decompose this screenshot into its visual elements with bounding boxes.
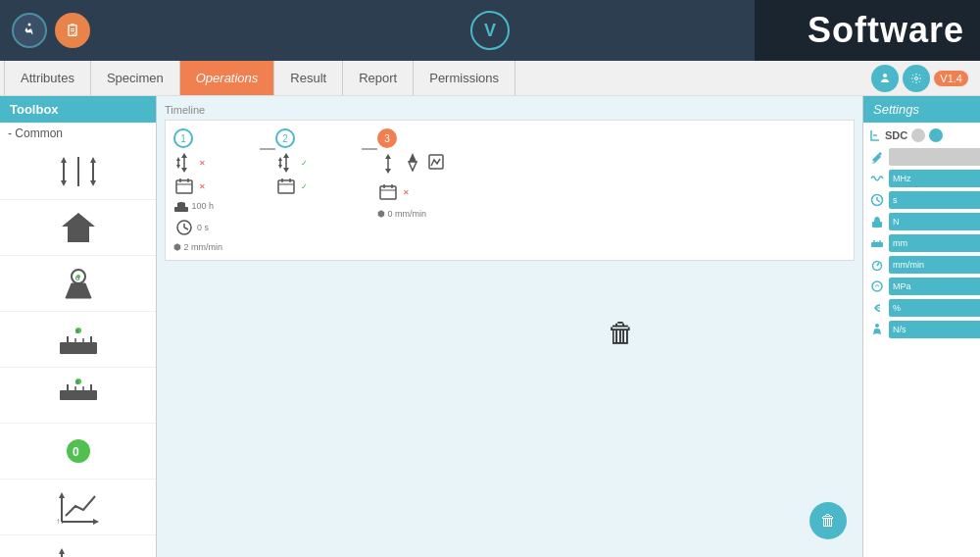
toolbox-panel: Toolbox - Common [0, 96, 157, 557]
version-badge: V1.4 [934, 71, 968, 86]
main-content: Toolbox - Common [0, 96, 980, 557]
svg-marker-41 [59, 548, 65, 554]
node-1-arrows-icon [173, 152, 195, 174]
tool-home[interactable] [0, 200, 156, 256]
svg-marker-37 [93, 519, 99, 525]
settings-field-speed[interactable]: mm/min [889, 256, 980, 274]
weight-settings-icon [869, 214, 885, 229]
tool-up-chart[interactable]: ↑↓ [0, 480, 156, 535]
svg-line-79 [877, 200, 880, 202]
sdc-dot-1 [911, 128, 925, 142]
node-1-calendar-icon [173, 176, 195, 197]
settings-field-rate[interactable]: N/s [889, 321, 980, 338]
connector-2-3 [362, 128, 377, 150]
tab-report[interactable]: Report [343, 61, 414, 95]
top-bar-left-icons [12, 13, 90, 48]
tab-specimen[interactable]: Specimen [91, 61, 180, 95]
node-3-status: ✕ [403, 188, 410, 197]
sdc-dot-2 [929, 128, 943, 142]
svg-marker-57 [283, 153, 289, 158]
svg-rect-80 [872, 222, 882, 228]
tab-attributes[interactable]: Attributes [4, 61, 91, 95]
ruler-settings-icon [869, 235, 885, 251]
v-logo: V [470, 11, 510, 50]
settings-tab-icon[interactable] [903, 65, 930, 92]
settings-field-pressure[interactable]: MPa [889, 278, 980, 295]
timeline-area: Timeline 1 [157, 96, 862, 557]
sdc-label: SDC [885, 129, 907, 141]
svg-marker-8 [61, 157, 67, 163]
svg-rect-48 [176, 180, 192, 193]
node-2-check-1: ✓ [301, 159, 308, 168]
svg-rect-81 [871, 242, 883, 247]
delete-button[interactable]: 🗑 [608, 317, 635, 349]
settings-row-edit [869, 148, 974, 166]
tab-operations[interactable]: Operations [180, 61, 275, 95]
circle-settings-icon [869, 278, 885, 294]
tool-weight[interactable]: 0 [0, 256, 156, 312]
timeline-row: 1 ✕ [165, 120, 855, 261]
settings-delete-button[interactable]: 🗑 [809, 502, 847, 539]
settings-field-force[interactable]: N [889, 213, 980, 230]
settings-field-freq[interactable]: MHz [889, 170, 980, 187]
timeline-label: Timeline [165, 104, 855, 116]
tool-ruler-bottom[interactable]: 0 [0, 312, 156, 368]
sdc-row: SDC [869, 128, 974, 142]
tab-right-icons: V1.4 [871, 61, 976, 95]
top-bar: V Software [0, 0, 980, 61]
settings-row-speed: mm/min [869, 256, 974, 274]
svg-marker-46 [176, 157, 180, 161]
svg-marker-68 [385, 169, 391, 174]
tab-permissions[interactable]: Permissions [414, 61, 515, 95]
svg-point-0 [28, 24, 31, 26]
tool-zero[interactable]: 0 [0, 424, 156, 480]
node-1-icons: ✕ ✕ [173, 152, 222, 252]
connector-1-2 [260, 128, 275, 150]
timeline-node-3: 3 [377, 128, 456, 219]
person-tab-icon[interactable] [871, 65, 899, 92]
node-3-arrows-icon [377, 153, 399, 175]
software-title: Software [808, 10, 964, 51]
node-2-icons: ✓ ✓ [275, 152, 308, 197]
settings-field-time[interactable]: s [889, 191, 980, 209]
speed-settings-icon [869, 257, 885, 273]
settings-field-strain[interactable]: % [889, 299, 980, 317]
svg-line-55 [184, 228, 188, 229]
svg-marker-60 [278, 157, 282, 161]
svg-point-6 [915, 76, 918, 79]
settings-field-edit[interactable] [889, 148, 980, 166]
svg-line-86 [877, 263, 879, 266]
svg-marker-12 [90, 157, 96, 163]
svg-marker-61 [278, 165, 282, 169]
svg-rect-52 [174, 207, 188, 212]
node-3-number: 3 [377, 128, 397, 148]
timeline-node-2: 2 ✓ [275, 128, 354, 197]
node-3-calendar-icon [377, 181, 399, 203]
node-1-status-2: ✕ [199, 182, 206, 191]
svg-marker-67 [385, 154, 391, 159]
svg-text:↑↓: ↑↓ [56, 517, 64, 526]
node-2-calendar-icon [275, 176, 297, 197]
settings-row-rate: N/s [869, 321, 974, 338]
tool-wave-chart[interactable] [0, 535, 156, 557]
timeline-node-1: 1 ✕ [173, 128, 252, 252]
tool-ruler-middle[interactable]: 0 [0, 368, 156, 424]
tab-result[interactable]: Result [274, 61, 343, 95]
svg-point-5 [883, 74, 887, 77]
svg-marker-43 [181, 153, 187, 158]
svg-marker-44 [181, 168, 187, 173]
pen-icon [869, 149, 885, 165]
svg-rect-72 [380, 186, 396, 199]
settings-header: Settings [863, 96, 980, 123]
settings-field-length[interactable]: mm [889, 234, 980, 252]
node-1-number: 1 [173, 128, 193, 148]
person-run-icon[interactable] [12, 13, 47, 48]
svg-rect-25 [60, 390, 97, 400]
clipboard-icon[interactable] [55, 13, 90, 48]
node-3-info: ⬢ 0 mm/min [377, 209, 446, 219]
settings-row-freq: MHz [869, 170, 974, 187]
tool-adjust[interactable] [0, 144, 156, 200]
svg-rect-18 [60, 342, 97, 354]
svg-text:0: 0 [73, 445, 79, 459]
node-1-status-1: ✕ [199, 159, 206, 168]
